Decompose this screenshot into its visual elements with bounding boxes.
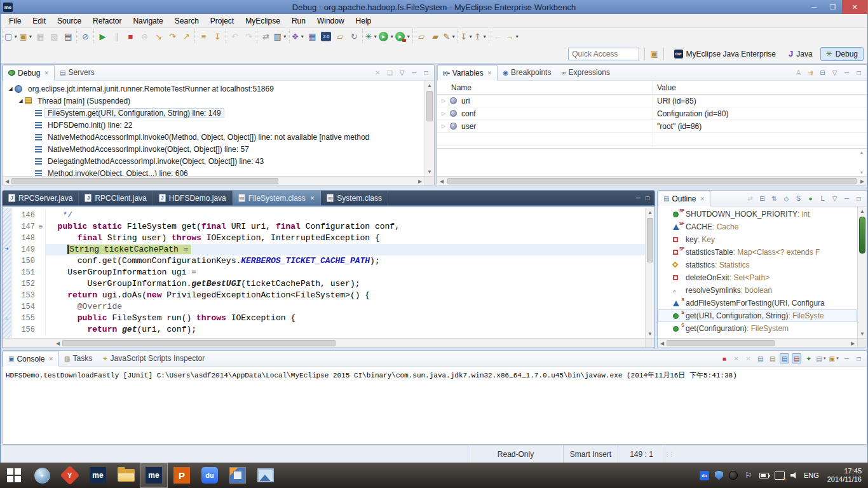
- close-tab-icon[interactable]: ✕: [487, 70, 492, 76]
- step-over-icon[interactable]: ↷: [166, 30, 179, 43]
- expander-icon[interactable]: ▷: [440, 123, 447, 129]
- console-tab-tasks[interactable]: ▥Tasks: [59, 351, 97, 366]
- outline-item[interactable]: ▵resolveSymlinks : boolean: [658, 284, 857, 297]
- taskbar-myeclipse-active-button[interactable]: me: [140, 463, 168, 488]
- code-text[interactable]: @Override: [46, 301, 645, 313]
- menu-window[interactable]: Window: [311, 15, 350, 27]
- code-text[interactable]: public static FileSystem get(final URI u…: [46, 221, 645, 233]
- caller-icon[interactable]: ▵: [3, 313, 11, 324]
- perspective-java[interactable]: JJava: [783, 47, 818, 60]
- skip-breakpoints-icon[interactable]: ⊘: [79, 30, 92, 43]
- outline-item[interactable]: deleteOnExit : Set<Path>: [658, 271, 857, 284]
- scroll-lock-icon[interactable]: ▤: [768, 353, 777, 363]
- code-text[interactable]: final String user) throws IOException, I…: [46, 233, 645, 244]
- code-text[interactable]: UserGroupInformation ugi =: [46, 267, 645, 278]
- outline-item[interactable]: statistics : Statistics: [658, 259, 857, 271]
- link-with-editor-icon[interactable]: ⇄: [745, 193, 755, 203]
- debug-vertical-scrollbar[interactable]: ▲▼: [424, 81, 434, 176]
- debug-tab-servers[interactable]: ▤Servers: [55, 65, 100, 80]
- open-directory-icon[interactable]: ▰: [429, 30, 442, 43]
- paintbrush-icon[interactable]: ✎▼: [443, 30, 456, 43]
- collapse-all-icon[interactable]: ⊟: [818, 67, 827, 78]
- menu-navigate[interactable]: Navigate: [127, 15, 168, 27]
- code-text[interactable]: String ticketCachePath =: [46, 244, 645, 255]
- close-tab-icon[interactable]: ✕: [44, 70, 49, 76]
- status-grip[interactable]: ⋮⋮: [665, 445, 672, 463]
- taskbar-clock[interactable]: 17:45 2014/11/16: [825, 467, 862, 484]
- back-icon[interactable]: ←: [491, 30, 504, 43]
- view-menu-icon[interactable]: ▽: [397, 67, 407, 78]
- console-tab-console[interactable]: ▣Console✕: [3, 351, 59, 367]
- code-text[interactable]: UserGroupInformation.getBestUGI(ticketCa…: [46, 278, 645, 290]
- editor-tab-rpcclient-java[interactable]: JRPCClient.java: [79, 191, 153, 205]
- minimize-icon[interactable]: ─: [842, 193, 851, 203]
- minimize-icon[interactable]: ─: [636, 194, 641, 201]
- hide-static-icon[interactable]: S: [794, 193, 803, 203]
- variable-row[interactable]: ▷uriURI (id=85): [437, 95, 867, 107]
- hide-non-public-icon[interactable]: ●: [806, 193, 815, 203]
- code-text[interactable]: return get(uri, conf);: [46, 324, 645, 336]
- outline-item[interactable]: Sget(Configuration) : FileSystem: [658, 322, 857, 335]
- debug-horizontal-scrollbar[interactable]: ◀▶: [3, 176, 424, 186]
- minimize-icon[interactable]: ─: [409, 67, 419, 78]
- sort-icon[interactable]: ⇅: [770, 193, 779, 203]
- tray-flag-icon[interactable]: ⚐: [743, 470, 754, 480]
- variable-row[interactable]: ▷confConfiguration (id=80): [437, 107, 867, 120]
- editor-tab-rpcserver-java[interactable]: JRPCServer.java: [3, 191, 79, 205]
- new-wizard-icon[interactable]: ▢▼: [4, 30, 18, 43]
- perspective-debug[interactable]: ✳Debug: [820, 47, 864, 61]
- menu-project[interactable]: Project: [205, 15, 240, 27]
- menu-refactor[interactable]: Refactor: [87, 15, 127, 27]
- disconnect-icon[interactable]: ⊗: [138, 30, 151, 43]
- menu-help[interactable]: Help: [350, 15, 377, 27]
- menu-run[interactable]: Run: [286, 15, 311, 27]
- view-menu-icon[interactable]: ▽: [830, 193, 839, 203]
- minimize-icon[interactable]: ─: [842, 353, 851, 363]
- use-step-filters-icon[interactable]: ≡: [197, 30, 210, 43]
- export-icon[interactable]: ↥▼: [474, 30, 487, 43]
- tray-shield-icon[interactable]: [715, 471, 723, 480]
- outline-item[interactable]: SFSHUTDOWN_HOOK_PRIORITY : int: [658, 208, 857, 220]
- gutter-marker-column[interactable]: [3, 233, 11, 244]
- gutter-marker-column[interactable]: [3, 267, 11, 278]
- gutter-marker-column[interactable]: [3, 210, 11, 221]
- maximize-icon[interactable]: □: [646, 194, 649, 201]
- step-return-icon[interactable]: ↗: [180, 30, 193, 43]
- taskbar-myeclipse-button[interactable]: me: [84, 463, 112, 488]
- tray-baidu-icon[interactable]: du: [700, 471, 709, 480]
- show-type-names-icon[interactable]: A: [794, 67, 803, 78]
- code-editor[interactable]: 146 */147⊖ public static FileSystem get(…: [3, 208, 645, 338]
- gutter-marker-column[interactable]: [3, 301, 11, 313]
- taskbar-photos-button[interactable]: [252, 463, 280, 488]
- view-menu-icon[interactable]: ▽: [830, 67, 839, 78]
- gutter-marker-column[interactable]: [3, 324, 11, 336]
- menu-file[interactable]: File: [3, 15, 27, 27]
- display-console-icon[interactable]: ▤▼: [816, 353, 826, 363]
- resume-icon[interactable]: ▶: [96, 30, 109, 43]
- code-text[interactable]: conf.get(CommonConfigurationKeys.KERBERO…: [46, 255, 645, 267]
- theme-icon[interactable]: ❖▼: [292, 30, 305, 43]
- outline-vertical-scrollbar[interactable]: ▲▼: [857, 207, 867, 338]
- editor-tab-hdfsdemo-java[interactable]: JHDFSDemo.java: [153, 191, 233, 205]
- clear-console-icon[interactable]: ▤: [756, 353, 765, 363]
- minimize-button[interactable]: ─: [805, 0, 824, 14]
- restore-button[interactable]: ❐: [824, 0, 842, 14]
- column-header-value[interactable]: Value: [653, 81, 867, 94]
- gutter-marker-column[interactable]: [3, 255, 11, 267]
- maximize-icon[interactable]: □: [854, 193, 864, 203]
- coverage-icon[interactable]: ▶▼: [395, 30, 410, 43]
- step-into-icon[interactable]: ↘: [152, 30, 165, 43]
- hide-local-types-icon[interactable]: L: [818, 193, 827, 203]
- debug-tree-row[interactable]: ◢Thread [main] (Suspended): [3, 95, 424, 107]
- redo-icon[interactable]: ↷: [242, 30, 255, 43]
- expander-icon[interactable]: ▷: [440, 111, 447, 116]
- debug-tree-row[interactable]: FileSystem.get(URI, Configuration, Strin…: [3, 107, 424, 119]
- refresh-icon[interactable]: ↻: [348, 30, 360, 43]
- open-console-icon[interactable]: ▣▼: [829, 353, 839, 363]
- taskbar-explorer-button[interactable]: [112, 463, 140, 488]
- taskbar-vmware-button[interactable]: [224, 463, 252, 488]
- print-icon[interactable]: ▤: [62, 30, 74, 43]
- outline-item[interactable]: key : Key: [658, 233, 857, 246]
- perspective-myeclipse[interactable]: meMyEclipse Java Enterprise: [669, 48, 781, 60]
- gutter-marker-column[interactable]: [3, 278, 11, 290]
